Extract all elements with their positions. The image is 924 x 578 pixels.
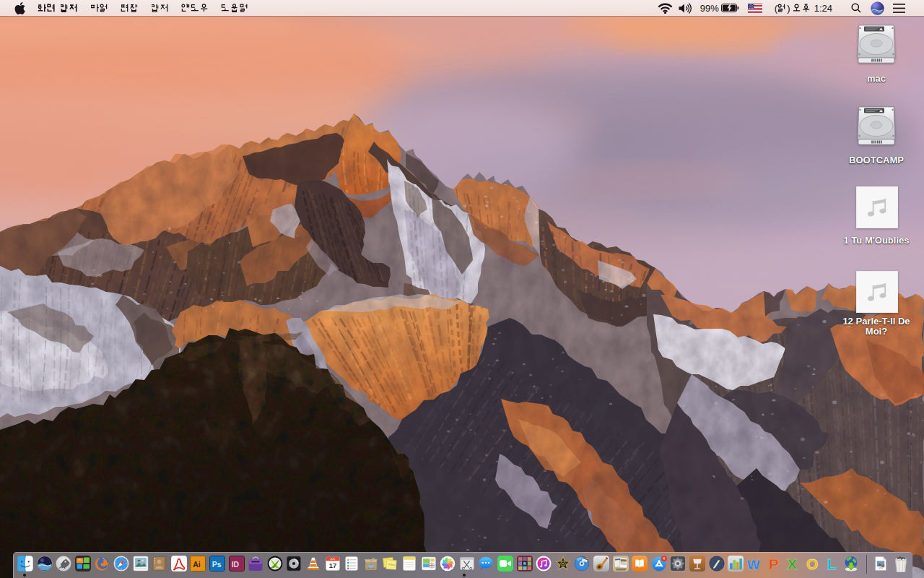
svg-text:Ai: Ai [193,561,201,569]
svg-text:O: O [806,556,818,571]
svg-text:JPG: JPG [879,567,883,570]
svg-text:JUL: JUL [330,557,336,561]
svg-text:P: P [769,556,779,571]
svg-text:ID: ID [232,561,240,569]
svg-text:Plans: Plans [388,563,395,566]
svg-text:L: L [827,556,837,571]
svg-text:W: W [747,557,760,571]
svg-text:4: 4 [663,556,665,561]
svg-text:Ps: Ps [212,561,222,569]
svg-text:17: 17 [329,561,336,569]
svg-text:X: X [788,556,798,571]
